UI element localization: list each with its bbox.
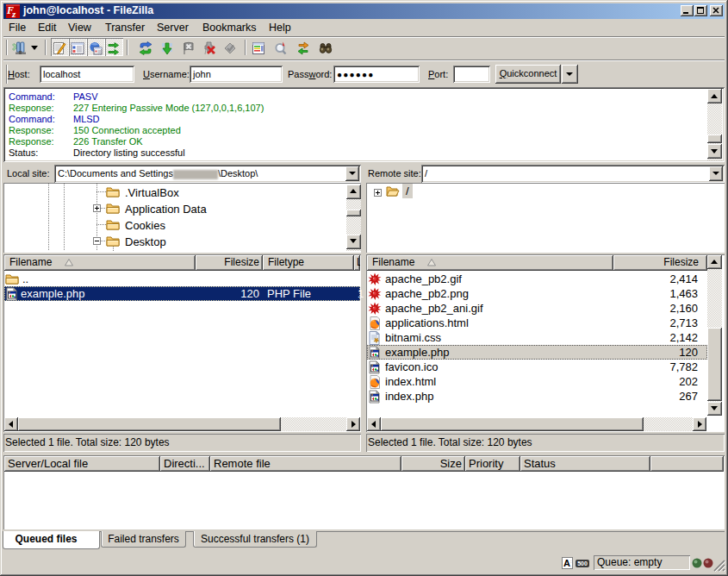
svg-text:z: z — [11, 9, 16, 19]
